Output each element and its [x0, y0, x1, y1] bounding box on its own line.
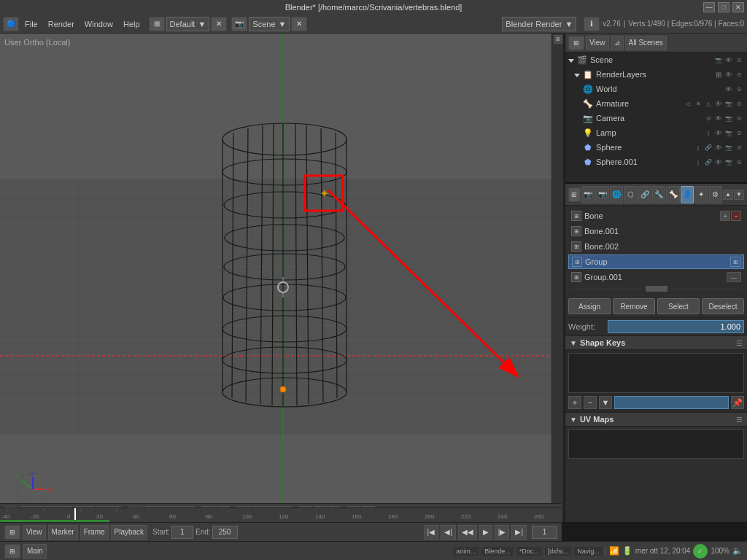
prop-world-icon[interactable]: 🌐	[610, 186, 623, 203]
bone-item-group001[interactable]: ⊞ Group.001 —	[568, 270, 744, 284]
world-select-icon[interactable]: ⊙	[734, 84, 744, 94]
timeline-playback-btn[interactable]: Playback	[111, 525, 148, 540]
prop-render-icon[interactable]: 📷	[581, 186, 595, 203]
bone-action-minus[interactable]: −	[731, 211, 741, 221]
skip-end-button[interactable]: ▶|	[511, 525, 527, 540]
viewport[interactable]: ✦ User Ortho (Local) (1) Cube X Y Z ⊞	[0, 34, 565, 522]
deselect-button[interactable]: Deselect	[702, 298, 744, 314]
arm-extra2-icon[interactable]: △	[703, 98, 713, 109]
outliner-item-armature[interactable]: 🦴 Armature ◁ ✕ △ 👁 📷 ⊙	[565, 96, 747, 111]
shape-keys-section-header[interactable]: ▼ Shape Keys ☰	[565, 335, 747, 350]
outliner-item-world[interactable]: 🌐 World 👁 ⊙	[565, 82, 747, 96]
outliner-sort-button[interactable]: ⊿	[611, 36, 624, 50]
scene-select-icon[interactable]: ⊙	[734, 55, 744, 65]
arm-render-icon[interactable]: 📷	[724, 98, 734, 109]
end-frame-input[interactable]: 250	[212, 526, 238, 539]
arm-select-icon[interactable]: ⊙	[734, 98, 744, 109]
outliner-item-camera[interactable]: 📷 Camera ⊙ 👁 📷 ⊙	[565, 111, 747, 125]
timeline-marker-btn[interactable]: Marker	[48, 525, 78, 540]
sph-render-icon[interactable]: 📷	[724, 142, 734, 152]
shape-key-remove-button[interactable]: −	[584, 396, 597, 409]
shape-key-pin-button[interactable]: 📌	[731, 396, 744, 409]
world-visibility-icon[interactable]: 👁	[724, 84, 734, 94]
cam-select-icon[interactable]: ⊙	[734, 113, 744, 123]
sph-select-icon[interactable]: ⊙	[734, 142, 744, 152]
window-controls[interactable]: — □ ✕	[703, 2, 744, 12]
prev-keyframe-button[interactable]: ◀|	[441, 525, 456, 540]
prop-data-icon[interactable]: 🦴	[666, 186, 679, 203]
outliner-item-scene[interactable]: 🎬 Scene 📷 👁 ⊙	[565, 52, 747, 67]
bone-item-bone002[interactable]: ⊞ Bone.002	[568, 239, 744, 254]
menu-file[interactable]: File	[20, 18, 42, 30]
cam-render-icon[interactable]: 📷	[724, 113, 734, 123]
shape-key-add-button[interactable]: +	[568, 396, 581, 409]
current-frame-input[interactable]: 1	[532, 526, 557, 539]
rl-add-icon[interactable]: ⊞	[713, 69, 724, 79]
status-main[interactable]: Main	[23, 544, 47, 559]
lamp-select-icon[interactable]: ⊙	[734, 128, 744, 138]
play-reverse-button[interactable]: ◀◀	[458, 525, 477, 540]
engine-dropdown[interactable]: Blender Render ▼	[502, 17, 576, 31]
start-frame-input[interactable]: 1	[171, 526, 193, 539]
play-button[interactable]: ▶	[479, 525, 492, 540]
menu-help[interactable]: Help	[119, 18, 144, 30]
info-icon[interactable]: ℹ	[584, 17, 600, 31]
remove-button[interactable]: Remove	[613, 298, 655, 314]
props-scroll-down[interactable]: ▼	[734, 190, 744, 200]
outliner-view-button[interactable]: ⊞	[568, 36, 584, 50]
workspace-add-button[interactable]: ✕	[211, 17, 227, 31]
arm-visibility-icon[interactable]: 👁	[713, 98, 724, 109]
menu-render[interactable]: Render	[44, 18, 79, 30]
select-button[interactable]: Select	[657, 298, 700, 314]
group-action-icon[interactable]: ⊞	[730, 257, 740, 267]
rl-select-icon[interactable]: ⊙	[734, 69, 744, 79]
scene-visibility-icon[interactable]: 👁	[724, 55, 734, 65]
workspace-dropdown[interactable]: Default ▼	[166, 17, 210, 31]
prop-physics-icon[interactable]: ⚙	[709, 186, 722, 203]
sph-visibility-icon[interactable]: 👁	[713, 142, 724, 152]
shape-key-more-button[interactable]: ▼	[599, 396, 612, 409]
menu-window[interactable]: Window	[80, 18, 117, 30]
viewport-maximize-button[interactable]: ⊞	[554, 35, 562, 44]
sph-restrict-icon[interactable]: |	[693, 142, 703, 152]
timeline-view-btn[interactable]: View	[23, 525, 46, 540]
cam-visibility-icon[interactable]: 👁	[713, 113, 724, 123]
next-keyframe-button[interactable]: |▶	[495, 525, 510, 540]
uv-maps-menu-icon[interactable]: ☰	[736, 416, 743, 424]
weight-input[interactable]: 1.000	[608, 320, 744, 333]
sph001-select-icon[interactable]: ⊙	[734, 157, 744, 167]
arm-extra-icon[interactable]: ✕	[693, 98, 703, 109]
bone-item-bone001[interactable]: ⊞ Bone.001	[568, 224, 744, 238]
sph001-visibility-icon[interactable]: 👁	[713, 157, 724, 167]
timeline-ruler[interactable]: -40 -20 0 20 40 60 80 100 120 140 160 18…	[0, 508, 562, 522]
prop-particles-icon[interactable]: ✦	[694, 186, 708, 203]
outliner-item-lamp[interactable]: 💡 Lamp | 👁 📷 ⊙	[565, 125, 747, 140]
blender-logo-button[interactable]: 🔵	[3, 17, 19, 31]
sph001-restrict-icon[interactable]: |	[693, 157, 703, 167]
assign-button[interactable]: Assign	[568, 298, 611, 314]
cam-extra-icon[interactable]: ⊙	[703, 113, 713, 123]
timeline-view-icon[interactable]: ⊞	[4, 525, 20, 540]
prop-object-icon[interactable]: ⬡	[624, 186, 637, 203]
outliner-all-scenes-tab[interactable]: All Scenes	[625, 36, 667, 50]
bone-action-add[interactable]: +	[720, 211, 730, 221]
props-scroll-up[interactable]: ▲	[723, 190, 733, 200]
minimize-button[interactable]: —	[703, 2, 715, 12]
props-view-button[interactable]: ⊞	[568, 187, 581, 202]
uv-maps-section-header[interactable]: ▼ UV Maps ☰	[565, 412, 747, 427]
sph001-render-icon[interactable]: 📷	[724, 157, 734, 167]
bone-item-bone[interactable]: ⊞ Bone + −	[568, 209, 744, 223]
prop-constraint-icon[interactable]: 🔗	[638, 186, 651, 203]
scene-icon[interactable]: 📷	[231, 17, 247, 31]
shape-keys-list[interactable]	[568, 353, 744, 393]
lamp-extra-icon[interactable]: |	[703, 128, 713, 138]
prop-scene-icon[interactable]: 📷	[595, 186, 608, 203]
lamp-render-icon[interactable]: 📷	[724, 128, 734, 138]
close-button[interactable]: ✕	[732, 2, 744, 12]
scene-dropdown[interactable]: Scene ▼	[249, 17, 290, 31]
maximize-button[interactable]: □	[718, 2, 729, 12]
outliner-item-sphere001[interactable]: ⬟ Sphere.001 | 🔗 👁 📷 ⊙	[565, 155, 747, 169]
sph-link-icon[interactable]: 🔗	[703, 142, 713, 152]
bone-item-group[interactable]: ⊞ Group ⊞	[568, 254, 744, 269]
outliner-item-sphere[interactable]: ⬟ Sphere | 🔗 👁 📷 ⊙	[565, 140, 747, 155]
